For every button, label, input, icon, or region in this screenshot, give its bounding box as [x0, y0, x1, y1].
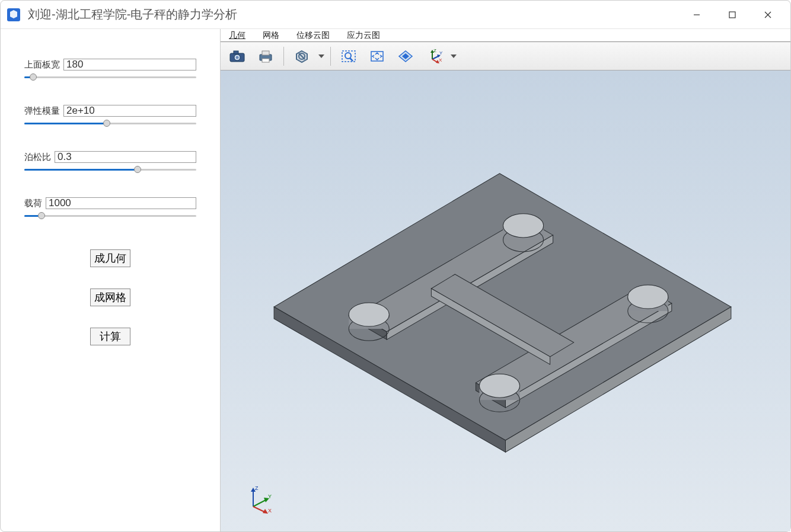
maximize-icon	[728, 11, 736, 19]
toolbar-separator	[330, 47, 331, 66]
svg-point-8	[236, 56, 239, 59]
print-button[interactable]	[253, 45, 279, 68]
titlebar: 刘迎-湖北工程学院-电子秤的静力学分析	[1, 1, 790, 29]
fit-view-button[interactable]	[364, 45, 390, 68]
app-window: 刘迎-湖北工程学院-电子秤的静力学分析 上面板宽	[0, 0, 791, 532]
svg-point-50	[349, 303, 389, 326]
calculate-button[interactable]: 计算	[90, 328, 130, 345]
svg-rect-11	[262, 59, 269, 62]
sidebar: 上面板宽 弹性模量	[1, 29, 220, 531]
tab-geometry[interactable]: 几何	[221, 29, 254, 41]
svg-rect-10	[262, 51, 269, 55]
toolbar-separator	[283, 47, 284, 66]
load-input[interactable]	[46, 197, 196, 209]
perspective-button[interactable]	[393, 45, 419, 68]
viewport-area: 几何 网格 位移云图 应力云图	[220, 29, 790, 531]
action-buttons: 成几何 成网格 计算	[24, 249, 196, 345]
generate-mesh-button[interactable]: 成网格	[90, 289, 130, 306]
param-label: 载荷	[24, 198, 42, 209]
shade-mode-button[interactable]	[289, 45, 315, 68]
zoom-area-icon	[340, 49, 358, 64]
svg-line-18	[350, 58, 353, 61]
axes-icon: Z Y X	[425, 49, 443, 64]
shade-mode-dropdown[interactable]	[317, 55, 326, 58]
zoom-area-button[interactable]	[336, 45, 362, 68]
window-title: 刘迎-湖北工程学院-电子秤的静力学分析	[28, 7, 679, 23]
maximize-button[interactable]	[715, 3, 750, 27]
svg-marker-31	[451, 55, 457, 58]
window-controls	[679, 3, 786, 27]
main-area: 上面板宽 弹性模量	[1, 29, 790, 531]
orientation-triad: Z Y X	[244, 484, 274, 514]
model-render	[221, 70, 790, 531]
poisson-ratio-slider[interactable]	[24, 165, 196, 174]
elastic-modulus-input[interactable]	[63, 105, 196, 117]
svg-point-58	[479, 374, 519, 398]
tab-stress[interactable]: 应力云图	[339, 29, 389, 41]
svg-text:Y: Y	[268, 493, 272, 499]
chevron-down-icon	[318, 55, 324, 58]
svg-point-54	[628, 285, 668, 309]
viewport-toolbar: Z Y X	[221, 42, 790, 70]
poisson-ratio-input[interactable]	[55, 151, 196, 163]
3d-viewport[interactable]: Z Y X	[221, 70, 790, 531]
top-plate-width-input[interactable]	[63, 59, 196, 70]
param-label: 弹性模量	[24, 105, 60, 117]
close-icon	[764, 11, 772, 19]
minimize-button[interactable]	[679, 3, 715, 27]
svg-text:Z: Z	[433, 49, 436, 53]
top-plate-width-slider[interactable]	[24, 73, 196, 81]
elastic-modulus-slider[interactable]	[24, 119, 196, 127]
param-top-plate-width: 上面板宽	[24, 59, 196, 81]
load-slider[interactable]	[24, 211, 196, 220]
screenshot-button[interactable]	[224, 45, 250, 68]
generate-geometry-button[interactable]: 成几何	[90, 249, 130, 267]
close-button[interactable]	[750, 3, 786, 27]
svg-rect-2	[729, 12, 735, 18]
param-load: 载荷	[24, 197, 196, 220]
print-icon	[257, 49, 275, 64]
svg-rect-6	[234, 51, 238, 54]
chevron-down-icon	[451, 55, 457, 58]
diamond-icon	[397, 49, 414, 64]
app-icon	[5, 7, 22, 23]
svg-text:X: X	[439, 57, 442, 63]
param-poisson-ratio: 泊松比	[24, 151, 196, 174]
svg-point-17	[345, 53, 351, 59]
fit-view-icon	[368, 49, 386, 64]
svg-point-46	[503, 214, 543, 238]
param-label: 上面板宽	[24, 59, 60, 70]
tab-mesh[interactable]: 网格	[254, 29, 288, 41]
svg-marker-15	[318, 55, 324, 58]
tab-displacement[interactable]: 位移云图	[288, 29, 339, 41]
param-label: 泊松比	[24, 152, 51, 163]
minimize-icon	[693, 11, 701, 19]
axes-button[interactable]: Z Y X	[421, 45, 447, 68]
viewport-tabs: 几何 网格 位移云图 应力云图	[221, 29, 790, 42]
camera-icon	[228, 49, 246, 64]
svg-text:X: X	[268, 508, 272, 514]
svg-text:Z: Z	[255, 485, 259, 491]
axes-dropdown[interactable]	[449, 55, 458, 58]
svg-text:Y: Y	[439, 50, 443, 56]
svg-line-61	[253, 499, 267, 507]
hexagon-icon	[293, 49, 311, 64]
param-elastic-modulus: 弹性模量	[24, 105, 196, 127]
